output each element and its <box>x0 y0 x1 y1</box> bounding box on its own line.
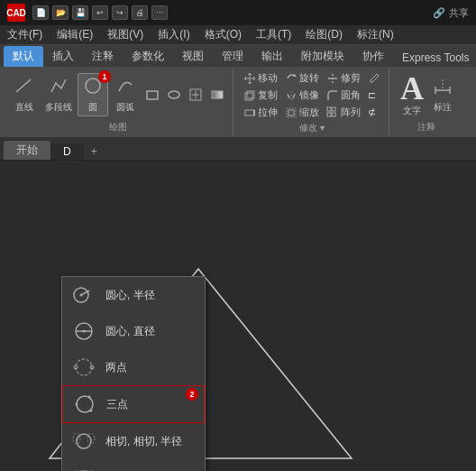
circle-tan-tan-svg <box>72 466 96 471</box>
circle-radius-icon <box>71 282 96 308</box>
tab-default[interactable]: 默认 <box>4 46 43 67</box>
mirror-label: 镜像 <box>299 88 319 102</box>
dimension-icon <box>433 76 453 101</box>
circle-tan-tan-item[interactable]: 相切, 相切, 相切 <box>62 459 205 471</box>
svg-line-0 <box>16 79 31 92</box>
tab-view[interactable]: 视图 <box>173 46 213 67</box>
tab-start[interactable]: 开始 <box>4 141 50 160</box>
menu-format[interactable]: 格式(O) <box>197 25 249 44</box>
hatch-tool[interactable] <box>186 87 206 103</box>
circle-2pt-label: 两点 <box>105 360 196 375</box>
menu-edit[interactable]: 编辑(E) <box>50 25 100 44</box>
draw-group-content: 直线 多段线 圆 1 <box>9 70 227 119</box>
hatch-icon <box>188 88 203 102</box>
text-label: 文字 <box>403 105 421 117</box>
stretch-label: 拉伸 <box>258 106 278 119</box>
circle-3pt-item[interactable]: 三点 2 <box>62 385 205 423</box>
gradient-tool[interactable] <box>207 87 227 103</box>
badge-2: 2 <box>186 388 198 401</box>
mirror-icon <box>285 89 298 102</box>
svg-rect-21 <box>332 113 335 116</box>
tab-annotate[interactable]: 注释 <box>83 46 123 67</box>
input-tool[interactable]: ⊄ <box>365 106 379 119</box>
modify-row-1: 移动 旋转 修剪 <box>241 70 383 86</box>
circle-tool[interactable]: 圆 1 <box>78 73 108 116</box>
pencil-tool[interactable] <box>365 71 383 86</box>
svg-point-38 <box>90 410 93 412</box>
stretch-tool[interactable]: 拉伸 <box>241 105 280 120</box>
tab-parametric[interactable]: 参数化 <box>123 46 173 67</box>
tab-manage[interactable]: 管理 <box>213 46 252 67</box>
circle-label: 圆 <box>88 101 97 114</box>
mirror-tool[interactable]: 镜像 <box>282 88 322 103</box>
ellipse-icon <box>167 88 181 102</box>
svg-rect-18 <box>327 107 331 111</box>
circle-tan-r-item[interactable]: 相切, 相切, 半径 <box>62 423 205 459</box>
ellipse-tool[interactable] <box>164 87 184 103</box>
line-tool[interactable]: 直线 <box>9 74 40 115</box>
share-button[interactable]: 🔗 共享 <box>433 6 469 20</box>
fillet-tool[interactable]: 圆角 <box>324 88 363 103</box>
undo-icon[interactable]: ↩ <box>92 5 108 20</box>
dimension-tool[interactable]: 标注 <box>429 74 456 115</box>
scale-tool[interactable]: 缩放 <box>282 105 322 120</box>
save-icon[interactable]: 💾 <box>72 5 88 20</box>
rotate-tool[interactable]: 旋转 <box>282 70 322 86</box>
tab-express[interactable]: Express Tools <box>393 49 476 67</box>
copy-tool[interactable]: 复制 <box>241 88 280 103</box>
extra-icon[interactable]: ⋯ <box>151 5 168 20</box>
tab-addons[interactable]: 附加模块 <box>292 46 353 67</box>
plot-icon[interactable]: 🖨 <box>132 5 148 20</box>
tab-drawing-d[interactable]: D <box>50 143 84 160</box>
open-icon[interactable]: 📂 <box>52 5 69 20</box>
array-icon <box>326 106 339 119</box>
menu-view[interactable]: 视图(V) <box>100 25 151 44</box>
tab-insert[interactable]: 插入 <box>43 46 83 67</box>
array-tool[interactable]: 阵列 <box>324 105 363 120</box>
menu-dimension[interactable]: 标注(N) <box>350 25 401 44</box>
svg-point-32 <box>76 359 92 375</box>
svg-point-3 <box>169 91 179 98</box>
text-icon: A <box>400 72 424 105</box>
new-icon[interactable]: 📄 <box>32 5 49 20</box>
svg-rect-2 <box>147 91 158 99</box>
modify-row-3: 拉伸 缩放 阵列 <box>241 105 379 120</box>
rect-icon <box>145 88 160 102</box>
svg-rect-12 <box>247 91 254 98</box>
arc-tool[interactable]: 圆弧 <box>110 74 141 115</box>
modify-group: 移动 旋转 修剪 <box>235 69 389 135</box>
annotation-group-label: 注释 <box>417 119 435 134</box>
dimension-svg <box>433 76 453 96</box>
modify-row-2: 复制 镜像 圆角 ⊏ <box>241 88 379 103</box>
modify-group-label: 修改 ▾ <box>299 120 325 134</box>
svg-rect-11 <box>245 93 252 100</box>
chamfer-tool[interactable]: ⊏ <box>365 88 379 102</box>
move-icon <box>243 72 256 85</box>
array-label: 阵列 <box>341 106 361 119</box>
polyline-tool[interactable]: 多段线 <box>41 74 76 115</box>
dimension-label: 标注 <box>434 101 452 114</box>
circle-diameter-icon <box>71 319 96 344</box>
tab-collaborate[interactable]: 协作 <box>353 46 393 67</box>
circle-diameter-item[interactable]: 圆心, 直径 <box>62 313 205 349</box>
move-tool[interactable]: 移动 <box>241 70 280 86</box>
svg-rect-7 <box>212 91 223 98</box>
trim-tool[interactable]: 修剪 <box>324 70 363 86</box>
scale-label: 缩放 <box>299 106 319 119</box>
tab-add[interactable]: + <box>84 143 105 160</box>
text-tool[interactable]: A 文字 <box>397 70 427 119</box>
menu-insert[interactable]: 插入(I) <box>151 25 197 44</box>
rect-tool[interactable] <box>142 87 162 103</box>
redo-icon[interactable]: ↪ <box>112 5 128 20</box>
drawing-tabs: 开始 D + <box>0 139 476 161</box>
menu-file[interactable]: 文件(F) <box>0 25 50 44</box>
menu-draw[interactable]: 绘图(D) <box>298 25 350 44</box>
circle-tan-r-label: 相切, 相切, 半径 <box>105 434 196 449</box>
circle-tan-tan-icon <box>71 465 96 471</box>
menu-tools[interactable]: 工具(T) <box>249 25 298 44</box>
circle-2pt-item[interactable]: 两点 <box>62 349 205 385</box>
gradient-icon <box>210 88 224 102</box>
circle-radius-item[interactable]: 圆心, 半径 <box>62 277 205 313</box>
fillet-icon <box>326 89 339 102</box>
tab-output[interactable]: 输出 <box>252 46 292 67</box>
